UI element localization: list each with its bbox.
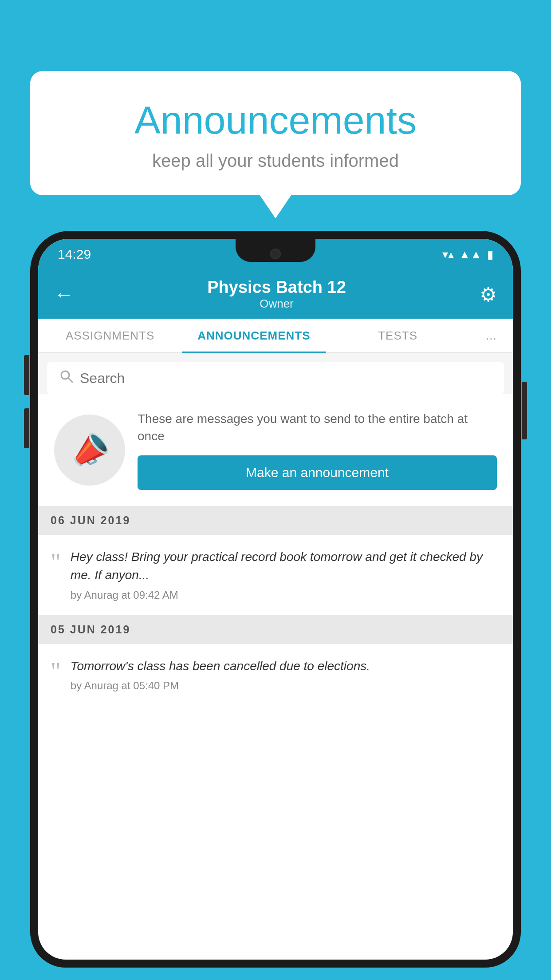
phone-notch <box>236 239 315 262</box>
tabs: ASSIGNMENTS ANNOUNCEMENTS TESTS ... <box>38 319 513 353</box>
quote-icon-1: " <box>51 550 61 575</box>
announcement-text-2: Tomorrow's class has been cancelled due … <box>71 657 370 676</box>
tab-announcements[interactable]: ANNOUNCEMENTS <box>182 319 326 352</box>
battery-icon: ▮ <box>487 248 493 261</box>
back-button[interactable]: ← <box>54 283 74 305</box>
prompt-description: These are messages you want to send to t… <box>138 410 497 445</box>
announcement-meta-2: by Anurag at 05:40 PM <box>71 680 370 692</box>
search-bar <box>47 362 504 394</box>
speech-bubble: Announcements keep all your students inf… <box>30 71 521 195</box>
bubble-subtitle: keep all your students informed <box>52 151 499 171</box>
batch-title: Physics Batch 12 <box>207 278 346 297</box>
quote-icon-2: " <box>51 659 61 684</box>
svg-line-1 <box>68 378 72 382</box>
announcement-item-1: " Hey class! Bring your practical record… <box>38 535 513 615</box>
bubble-title: Announcements <box>52 98 499 143</box>
status-icons: ▾▴ ▲▲ ▮ <box>442 248 493 261</box>
make-announcement-button[interactable]: Make an announcement <box>138 455 497 490</box>
phone-mockup: 14:29 ▾▴ ▲▲ ▮ ← Physics Batch 12 Owner ⚙ <box>30 231 521 980</box>
header-title-area: Physics Batch 12 Owner <box>207 278 346 311</box>
date-separator-2: 05 JUN 2019 <box>38 615 513 644</box>
phone-button-power <box>522 382 527 439</box>
announcement-icon-circle: 📣 <box>54 415 125 486</box>
tab-more[interactable]: ... <box>470 319 513 352</box>
announcement-meta-1: by Anurag at 09:42 AM <box>71 589 500 601</box>
tab-tests[interactable]: TESTS <box>326 319 470 352</box>
phone-button-volume-up <box>24 355 29 395</box>
batch-role: Owner <box>207 297 346 311</box>
announcement-content-1: Hey class! Bring your practical record b… <box>71 548 500 601</box>
date-separator-1: 06 JUN 2019 <box>38 506 513 535</box>
announcement-item-2: " Tomorrow's class has been cancelled du… <box>38 644 513 706</box>
status-time: 14:29 <box>58 247 91 262</box>
wifi-icon: ▾▴ <box>442 248 454 261</box>
phone-button-volume-down <box>24 408 29 448</box>
announcement-text-1: Hey class! Bring your practical record b… <box>71 548 500 584</box>
phone-camera <box>270 249 281 259</box>
signal-icon: ▲▲ <box>459 248 482 261</box>
search-icon <box>59 369 74 387</box>
megaphone-icon: 📣 <box>64 426 115 475</box>
phone-screen: 14:29 ▾▴ ▲▲ ▮ ← Physics Batch 12 Owner ⚙ <box>38 239 513 960</box>
announcement-prompt: 📣 These are messages you want to send to… <box>38 394 513 506</box>
settings-icon[interactable]: ⚙ <box>480 283 497 306</box>
announcement-content-2: Tomorrow's class has been cancelled due … <box>71 657 370 692</box>
search-input[interactable] <box>80 370 492 387</box>
speech-bubble-container: Announcements keep all your students inf… <box>30 71 521 195</box>
phone-outer: 14:29 ▾▴ ▲▲ ▮ ← Physics Batch 12 Owner ⚙ <box>30 231 521 968</box>
tab-assignments[interactable]: ASSIGNMENTS <box>38 319 182 352</box>
app-header: ← Physics Batch 12 Owner ⚙ <box>38 270 513 319</box>
content-area: 📣 These are messages you want to send to… <box>38 353 513 705</box>
prompt-right: These are messages you want to send to t… <box>138 410 497 490</box>
